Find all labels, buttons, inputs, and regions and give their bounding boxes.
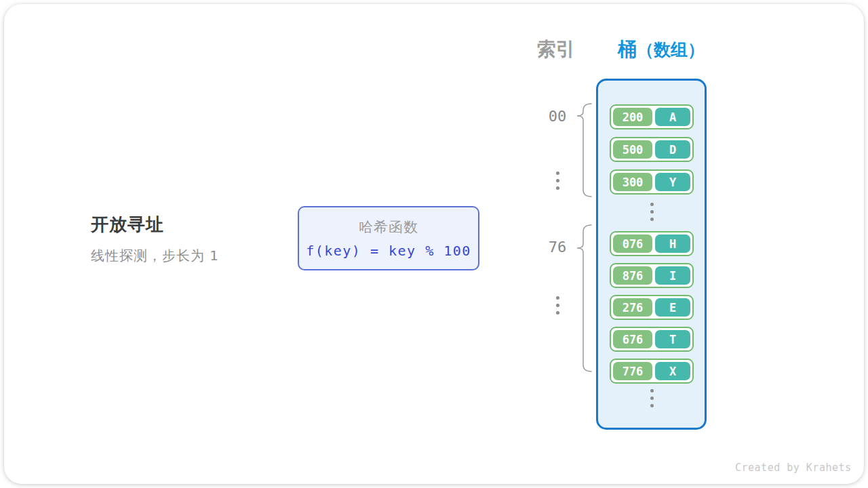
value-pill: Y (655, 173, 690, 191)
bucket-header-paren: （数组） (637, 40, 705, 60)
value-pill: D (655, 140, 690, 159)
bucket-column-header: 桶（数组） (618, 37, 705, 62)
bucket-group-00: 200A500D300Y (610, 104, 694, 195)
diagram-subtitle: 线性探测，步长为 1 (91, 247, 219, 265)
key-pill: 876 (613, 266, 652, 285)
value-pill: I (655, 266, 690, 285)
key-value-pair-cell: 776X (610, 359, 694, 384)
brace-group-76 (576, 222, 593, 374)
key-pill: 776 (613, 362, 652, 380)
key-pill: 300 (613, 173, 652, 191)
key-pill: 200 (613, 108, 652, 126)
credit-text: Created by Krahets (735, 462, 852, 474)
brace-group-00 (576, 101, 593, 200)
bucket-ellipsis-middle (650, 203, 654, 221)
value-pill: A (655, 108, 690, 126)
key-pill: 276 (613, 298, 652, 317)
key-value-pair-cell: 076H (610, 231, 694, 256)
bucket-ellipsis-bottom (650, 389, 654, 407)
diagram-canvas: 开放寻址 线性探测，步长为 1 哈希函数 f(key) = key % 100 … (4, 4, 864, 484)
index-ellipsis-bottom (555, 296, 559, 314)
key-value-pair-cell: 876I (610, 263, 694, 288)
diagram-title: 开放寻址 (91, 213, 164, 237)
value-pill: E (655, 298, 690, 317)
key-pill: 076 (613, 235, 652, 253)
index-ellipsis-top (555, 171, 559, 190)
value-pill: X (655, 362, 690, 380)
key-value-pair-cell: 300Y (610, 169, 694, 195)
key-value-pair-cell: 276E (610, 295, 694, 320)
hash-function-box: 哈希函数 f(key) = key % 100 (298, 206, 479, 270)
bucket-header-word: 桶 (618, 38, 637, 60)
hash-function-label: 哈希函数 (359, 218, 418, 237)
bucket-group-76: 076H876I276E676T776X (610, 231, 694, 384)
value-pill: T (655, 330, 690, 348)
key-pill: 676 (613, 330, 652, 348)
key-pill: 500 (613, 140, 652, 159)
hash-function-formula: f(key) = key % 100 (306, 243, 471, 259)
key-value-pair-cell: 676T (610, 327, 694, 352)
key-value-pair-cell: 200A (610, 104, 694, 129)
value-pill: H (655, 235, 690, 253)
index-column-header: 索引 (537, 37, 575, 62)
index-label-76: 76 (543, 239, 572, 256)
key-value-pair-cell: 500D (610, 137, 694, 162)
index-label-00: 00 (543, 108, 572, 125)
